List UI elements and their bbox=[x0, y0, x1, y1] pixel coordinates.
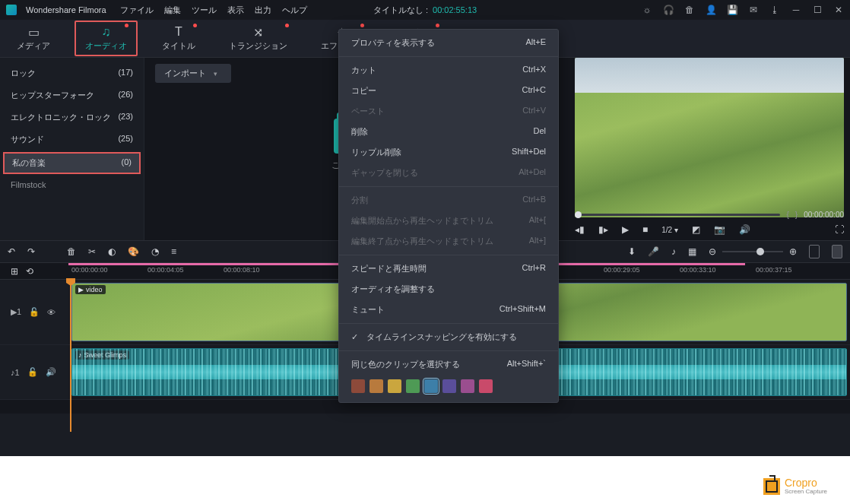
menu-help[interactable]: ヘルプ bbox=[282, 5, 307, 16]
minimize-icon[interactable]: ─ bbox=[791, 5, 801, 15]
record-icon[interactable]: ⬇ bbox=[628, 246, 636, 257]
menu-output[interactable]: 出力 bbox=[255, 5, 271, 16]
mark-in-icon[interactable]: { bbox=[786, 211, 788, 219]
zoom-in-icon[interactable]: ⊕ bbox=[789, 246, 797, 257]
import-button[interactable]: インポート bbox=[155, 64, 231, 83]
sidebar-item-mymusic[interactable]: 私の音楽(0) bbox=[3, 152, 141, 174]
seek-slider[interactable] bbox=[575, 214, 780, 216]
ctx-copy[interactable]: コピーCtrl+C bbox=[339, 81, 558, 101]
ctx-split: 分割Ctrl+B bbox=[339, 190, 558, 211]
sidebar-item-rock[interactable]: ロック(17) bbox=[0, 62, 144, 84]
ctx-select-color[interactable]: 同じ色のクリップを選択するAlt+Shift+` bbox=[339, 354, 558, 375]
audio-category-sidebar: ロック(17) ヒップスターフォーク(26) エレクトロニック・ロック(23) … bbox=[0, 58, 144, 240]
close-icon[interactable]: ✕ bbox=[833, 5, 844, 15]
menu-edit[interactable]: 編集 bbox=[164, 5, 181, 16]
settings-icon[interactable]: ≡ bbox=[171, 246, 176, 257]
zoom-fit2-icon[interactable] bbox=[832, 245, 842, 258]
tab-transition[interactable]: ⤨トランジション bbox=[220, 22, 297, 55]
swatch-2[interactable] bbox=[388, 379, 401, 393]
zoom-out-icon[interactable]: ⊖ bbox=[709, 246, 716, 257]
quality-icon[interactable]: ◩ bbox=[692, 224, 700, 235]
preview-controls: ◂▮ ▮▸ ▶ ■ 1/2 ▾ ◩ 📷 🔊 ⛶ bbox=[575, 220, 844, 239]
menu-file[interactable]: ファイル bbox=[120, 5, 154, 16]
save-icon[interactable]: 💾 bbox=[727, 5, 737, 15]
stop-icon[interactable]: ■ bbox=[642, 224, 648, 235]
ctx-trim-end: 編集終了点から再生ヘッドまでトリムAlt+] bbox=[339, 231, 558, 252]
swatch-4[interactable] bbox=[424, 379, 438, 393]
app-logo bbox=[6, 5, 17, 15]
ctx-paste: ペーストCtrl+V bbox=[339, 101, 558, 122]
folder-icon: ▭ bbox=[28, 25, 40, 39]
lock-icon[interactable]: 🔓 bbox=[29, 307, 40, 317]
zoom-slider[interactable] bbox=[722, 251, 783, 252]
brightness-icon[interactable]: ☼ bbox=[642, 5, 652, 15]
user-icon[interactable]: 👤 bbox=[706, 5, 716, 15]
headphones-icon[interactable]: 🎧 bbox=[663, 5, 674, 15]
volume-icon[interactable]: 🔊 bbox=[739, 224, 750, 235]
ctx-adjust-audio[interactable]: オーディオを調整する bbox=[339, 279, 558, 300]
swatch-3[interactable] bbox=[406, 379, 420, 393]
marker-icon[interactable]: ▦ bbox=[688, 246, 696, 257]
project-title: タイトルなし : 00:02:55:13 bbox=[373, 5, 477, 16]
ctx-swatches bbox=[339, 375, 558, 399]
app-brand: Wondershare Filmora bbox=[26, 5, 106, 14]
mic-icon[interactable]: 🎤 bbox=[648, 246, 659, 257]
redo-icon[interactable]: ↷ bbox=[27, 246, 35, 257]
menu-tools[interactable]: ツール bbox=[192, 5, 217, 16]
swatch-7[interactable] bbox=[479, 379, 493, 393]
ctx-mute[interactable]: ミュートCtrl+Shift+M bbox=[339, 300, 558, 320]
play-icon[interactable]: ▶ bbox=[622, 224, 629, 235]
notify-dot bbox=[125, 24, 128, 27]
prev-frame-icon[interactable]: ◂▮ bbox=[575, 224, 585, 235]
fullscreen-icon[interactable]: ⛶ bbox=[835, 224, 844, 235]
play-back-icon[interactable]: ▮▸ bbox=[598, 224, 608, 235]
tab-audio[interactable]: ♫オーディオ bbox=[75, 21, 138, 56]
ctx-trim-start: 編集開始点から再生ヘッドまでトリムAlt+[ bbox=[339, 211, 558, 231]
tab-media[interactable]: ▭メディア bbox=[8, 22, 59, 55]
sidebar-item-sound[interactable]: サウンド(25) bbox=[0, 128, 144, 151]
swatch-5[interactable] bbox=[442, 379, 456, 393]
delete-icon[interactable]: 🗑 bbox=[67, 246, 76, 257]
preview-scale[interactable]: 1/2 ▾ bbox=[661, 226, 678, 234]
ctx-cut[interactable]: カットCtrl+X bbox=[339, 60, 558, 81]
split-icon[interactable]: ✂ bbox=[88, 246, 96, 257]
titlebar-actions: ☼ 🎧 🗑 👤 💾 ✉ ⭳ ─ ☐ ✕ bbox=[642, 5, 844, 15]
ctx-ripple-delete[interactable]: リップル削除Shift+Del bbox=[339, 142, 558, 163]
filmstock-link[interactable]: Filmstock bbox=[0, 176, 144, 194]
tab-title[interactable]: Tタイトル bbox=[153, 22, 205, 55]
menu-view[interactable]: 表示 bbox=[227, 5, 244, 16]
maximize-icon[interactable]: ☐ bbox=[812, 5, 823, 15]
sidebar-item-hipster[interactable]: ヒップスターフォーク(26) bbox=[0, 84, 144, 106]
preview-video[interactable] bbox=[575, 58, 844, 217]
context-menu: プロパティを表示するAlt+E カットCtrl+X コピーCtrl+C ペースト… bbox=[338, 29, 559, 403]
zoom-control: ⊖ ⊕ bbox=[709, 246, 797, 257]
track-link-icon[interactable]: ⟲ bbox=[26, 266, 33, 277]
snapshot-icon[interactable]: 📷 bbox=[714, 224, 725, 235]
playhead[interactable] bbox=[70, 280, 71, 432]
speed-icon[interactable]: ◔ bbox=[151, 246, 159, 257]
mark-out-icon[interactable]: } bbox=[795, 211, 798, 219]
lock-icon[interactable]: 🔓 bbox=[27, 367, 38, 377]
eye-icon[interactable]: 👁 bbox=[47, 308, 56, 317]
ctx-speed[interactable]: スピードと再生時間Ctrl+R bbox=[339, 258, 558, 279]
sidebar-item-electronic[interactable]: エレクトロニック・ロック(23) bbox=[0, 106, 144, 128]
ctx-properties[interactable]: プロパティを表示するAlt+E bbox=[339, 33, 558, 53]
share-icon[interactable]: ✉ bbox=[748, 5, 759, 15]
zoom-fit-icon[interactable] bbox=[809, 245, 820, 258]
ctx-snapping[interactable]: タイムラインスナッピングを有効にする bbox=[339, 327, 558, 347]
swatch-6[interactable] bbox=[461, 379, 474, 393]
video-clip-label: ▶ video bbox=[75, 285, 106, 294]
trash-icon[interactable]: 🗑 bbox=[684, 5, 695, 15]
undo-icon[interactable]: ↶ bbox=[8, 246, 15, 257]
mute-icon[interactable]: 🔊 bbox=[46, 367, 56, 377]
swatch-0[interactable] bbox=[351, 379, 365, 393]
color-icon[interactable]: 🎨 bbox=[128, 246, 139, 257]
crop-icon[interactable]: ◐ bbox=[108, 246, 116, 257]
swatch-1[interactable] bbox=[369, 379, 383, 393]
track-add-icon[interactable]: ⊞ bbox=[11, 266, 18, 277]
ctx-delete[interactable]: 削除Del bbox=[339, 122, 558, 142]
download-icon[interactable]: ⭳ bbox=[769, 5, 780, 15]
transition-icon: ⤨ bbox=[253, 25, 263, 39]
audio-icon[interactable]: ♪ bbox=[671, 246, 676, 257]
preview-seekbar: { } 00:00:00:00 bbox=[575, 211, 844, 219]
